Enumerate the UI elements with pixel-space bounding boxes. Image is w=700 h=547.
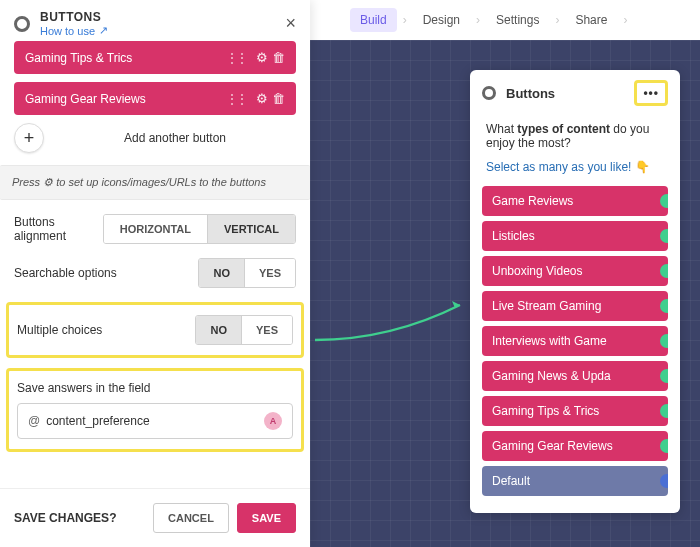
field-badge: A (264, 412, 282, 430)
tab-share[interactable]: Share (565, 8, 617, 32)
hint-text: Press ⚙ to set up icons/images/URLs to t… (0, 165, 310, 200)
top-tabs: Build› Design› Settings› Share› (310, 0, 700, 40)
option-item[interactable]: Interviews with Game (482, 326, 668, 356)
card-title: Buttons (506, 86, 624, 101)
option-item[interactable]: Live Stream Gaming (482, 291, 668, 321)
save-button[interactable]: SAVE (237, 503, 296, 533)
sidebar-footer: SAVE CHANGES? CANCEL SAVE (0, 488, 310, 547)
connector-dot[interactable] (660, 439, 668, 453)
searchable-yes[interactable]: YES (245, 259, 295, 287)
connector-dot[interactable] (660, 264, 668, 278)
external-link-icon: ↗ (99, 24, 108, 37)
card-body: What types of content do you enjoy the m… (470, 116, 680, 186)
connector-dot[interactable] (660, 334, 668, 348)
tab-design[interactable]: Design (413, 8, 470, 32)
buttons-icon (14, 16, 30, 32)
canvas[interactable]: Buttons ••• What types of content do you… (310, 40, 700, 547)
connector-dot[interactable] (660, 229, 668, 243)
option-item[interactable]: Gaming Tips & Trics (482, 396, 668, 426)
option-default[interactable]: Default (482, 466, 668, 496)
option-item[interactable]: Listicles (482, 221, 668, 251)
connector-dot[interactable] (660, 194, 668, 208)
save-field-input[interactable]: @ content_preference A (17, 403, 293, 439)
option-item[interactable]: Unboxing Videos (482, 256, 668, 286)
tab-build[interactable]: Build (350, 8, 397, 32)
multiple-row: Multiple choices NO YES (17, 315, 293, 345)
at-icon: @ (28, 414, 40, 428)
add-button-row[interactable]: + Add another button (14, 123, 296, 153)
buttons-icon (482, 86, 496, 100)
option-item[interactable]: Game Reviews (482, 186, 668, 216)
alignment-horizontal[interactable]: HORIZONTAL (104, 215, 208, 243)
connector-dot[interactable] (660, 299, 668, 313)
connector-dot[interactable] (660, 369, 668, 383)
card-more-button[interactable]: ••• (634, 80, 668, 106)
searchable-toggle[interactable]: NO YES (198, 258, 296, 288)
sidebar: BUTTONS How to use ↗ × Gaming Tips & Tri… (0, 0, 310, 547)
card-subtext: Select as many as you like! 👇 (486, 160, 664, 174)
alignment-toggle[interactable]: HORIZONTAL VERTICAL (103, 214, 296, 244)
card-options: Game Reviews Listicles Unboxing Videos L… (470, 186, 680, 513)
close-icon[interactable]: × (285, 13, 296, 34)
drag-handle-icon[interactable]: ⋮⋮ (226, 51, 246, 65)
connector-dot[interactable] (660, 404, 668, 418)
gear-icon[interactable]: ⚙ (256, 91, 268, 106)
button-item[interactable]: Gaming Tips & Trics ⋮⋮ ⚙ 🗑 (14, 41, 296, 74)
gear-icon[interactable]: ⚙ (256, 50, 268, 65)
multiple-no[interactable]: NO (196, 316, 242, 344)
preview-card[interactable]: Buttons ••• What types of content do you… (470, 70, 680, 513)
plus-icon[interactable]: + (14, 123, 44, 153)
searchable-no[interactable]: NO (199, 259, 245, 287)
multiple-toggle[interactable]: NO YES (195, 315, 293, 345)
alignment-vertical[interactable]: VERTICAL (208, 215, 295, 243)
cancel-button[interactable]: CANCEL (153, 503, 229, 533)
save-question: SAVE CHANGES? (14, 511, 145, 525)
multiple-yes[interactable]: YES (242, 316, 292, 344)
option-item[interactable]: Gaming Gear Reviews (482, 431, 668, 461)
drag-handle-icon[interactable]: ⋮⋮ (226, 92, 246, 106)
tab-settings[interactable]: Settings (486, 8, 549, 32)
searchable-row: Searchable options NO YES (14, 258, 296, 288)
connector-dot[interactable] (660, 474, 668, 488)
option-item[interactable]: Gaming News & Upda (482, 361, 668, 391)
how-to-use-link[interactable]: How to use ↗ (40, 24, 275, 37)
multiple-highlight: Multiple choices NO YES (6, 302, 304, 358)
sidebar-header: BUTTONS How to use ↗ × (0, 0, 310, 41)
trash-icon[interactable]: 🗑 (272, 91, 285, 106)
save-field-label: Save answers in the field (17, 381, 293, 395)
button-item[interactable]: Gaming Gear Reviews ⋮⋮ ⚙ 🗑 (14, 82, 296, 115)
save-field-highlight: Save answers in the field @ content_pref… (6, 368, 304, 452)
trash-icon[interactable]: 🗑 (272, 50, 285, 65)
alignment-row: Buttons alignment HORIZONTAL VERTICAL (14, 214, 296, 244)
card-header: Buttons ••• (470, 70, 680, 116)
sidebar-title: BUTTONS (40, 10, 275, 24)
